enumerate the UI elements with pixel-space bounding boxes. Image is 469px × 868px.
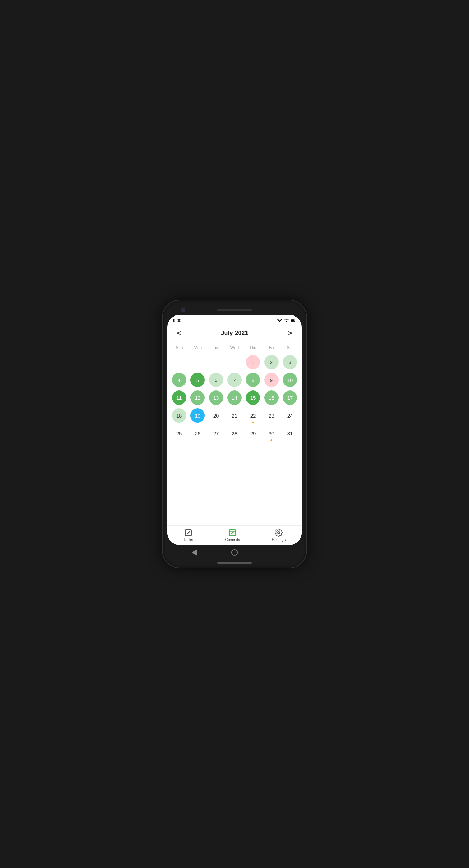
day-number: 10 bbox=[283, 373, 297, 387]
day-number: 21 bbox=[227, 408, 242, 423]
day-number: 8 bbox=[246, 373, 260, 387]
settings-label: Settings bbox=[272, 537, 286, 542]
day-number: 9 bbox=[264, 373, 279, 387]
day-cell[interactable]: 31 bbox=[281, 425, 299, 442]
day-number: 4 bbox=[172, 373, 186, 387]
phone-screen: 9:00 bbox=[167, 315, 302, 545]
day-number: 28 bbox=[227, 426, 242, 441]
day-number: 18 bbox=[172, 408, 186, 423]
weekday-label-tue: Tue bbox=[207, 344, 225, 351]
day-cell[interactable]: 18 bbox=[170, 407, 188, 424]
day-cell[interactable]: 21 bbox=[226, 407, 243, 424]
day-cell[interactable]: 13 bbox=[207, 389, 225, 406]
day-cell[interactable]: 5 bbox=[189, 371, 206, 388]
day-number: 16 bbox=[264, 390, 279, 405]
day-dot bbox=[252, 422, 254, 423]
day-cell[interactable]: 27 bbox=[207, 425, 225, 442]
day-cell[interactable]: 6 bbox=[207, 371, 225, 388]
month-title: July 2021 bbox=[220, 330, 248, 337]
svg-rect-2 bbox=[291, 319, 294, 321]
day-number: 1 bbox=[246, 355, 260, 369]
battery-icon bbox=[291, 318, 296, 323]
recents-button[interactable] bbox=[271, 549, 278, 556]
day-cell[interactable]: 3 bbox=[281, 354, 299, 371]
day-number: 24 bbox=[283, 408, 297, 423]
phone-top-bar bbox=[167, 305, 302, 315]
status-icons bbox=[277, 318, 296, 323]
nav-settings[interactable]: Settings bbox=[272, 529, 286, 542]
day-cell[interactable]: 8 bbox=[244, 371, 262, 388]
weekday-label-fri: Fri bbox=[262, 344, 281, 351]
day-dot bbox=[271, 439, 272, 441]
day-cell[interactable]: 29 bbox=[244, 425, 262, 442]
day-cell[interactable]: 11 bbox=[170, 389, 188, 406]
day-cell[interactable]: 25 bbox=[170, 425, 188, 442]
day-cell[interactable]: 23 bbox=[263, 407, 280, 424]
prev-month-button[interactable]: < bbox=[174, 328, 184, 338]
tasks-icon bbox=[184, 529, 192, 537]
camera-icon bbox=[181, 308, 185, 312]
day-cell bbox=[207, 354, 225, 371]
phone-speaker bbox=[217, 309, 252, 311]
calendar-header: < July 2021 > bbox=[170, 324, 299, 344]
days-grid: 1234567891011121314151617181920212223242… bbox=[170, 354, 299, 442]
day-number bbox=[190, 355, 205, 369]
phone-shell: 9:00 bbox=[163, 300, 306, 568]
back-button[interactable] bbox=[191, 549, 198, 556]
day-number: 2 bbox=[264, 355, 279, 369]
day-number: 6 bbox=[209, 373, 223, 387]
day-cell[interactable]: 22 bbox=[244, 407, 262, 424]
status-bar: 9:00 bbox=[167, 315, 302, 324]
day-cell[interactable]: 9 bbox=[263, 371, 280, 388]
day-number: 29 bbox=[246, 426, 260, 441]
day-number: 23 bbox=[264, 408, 279, 423]
day-number: 14 bbox=[227, 390, 242, 405]
next-month-button[interactable]: > bbox=[285, 328, 295, 338]
day-number: 31 bbox=[283, 426, 297, 441]
day-number: 17 bbox=[283, 390, 297, 405]
nav-tasks[interactable]: Tasks bbox=[183, 529, 193, 542]
day-number: 11 bbox=[172, 390, 186, 405]
day-cell[interactable]: 12 bbox=[189, 389, 206, 406]
day-number: 5 bbox=[190, 373, 205, 387]
settings-icon bbox=[275, 529, 283, 537]
day-cell[interactable]: 7 bbox=[226, 371, 243, 388]
day-cell[interactable]: 14 bbox=[226, 389, 243, 406]
day-cell[interactable]: 1 bbox=[244, 354, 262, 371]
status-time: 9:00 bbox=[173, 318, 181, 323]
day-cell[interactable]: 2 bbox=[263, 354, 280, 371]
commits-label: Commits bbox=[225, 537, 240, 542]
day-cell[interactable]: 17 bbox=[281, 389, 299, 406]
day-cell[interactable]: 26 bbox=[189, 425, 206, 442]
day-cell bbox=[189, 354, 206, 371]
tasks-label: Tasks bbox=[183, 537, 193, 542]
day-number: 26 bbox=[190, 426, 205, 441]
day-cell[interactable]: 30 bbox=[263, 425, 280, 442]
day-cell bbox=[226, 354, 243, 371]
day-cell[interactable]: 19 bbox=[189, 407, 206, 424]
nav-commits[interactable]: Commits bbox=[225, 529, 240, 542]
weekday-label-thu: Thu bbox=[244, 344, 262, 351]
weekdays-row: SunMonTueWedThuFriSat bbox=[170, 344, 299, 351]
day-number: 13 bbox=[209, 390, 223, 405]
phone-bottom-bar bbox=[167, 545, 302, 560]
bottom-indicator bbox=[167, 560, 302, 565]
day-number: 27 bbox=[209, 426, 223, 441]
svg-rect-0 bbox=[286, 321, 287, 322]
day-number: 25 bbox=[172, 426, 186, 441]
day-number bbox=[172, 355, 186, 369]
day-cell[interactable]: 16 bbox=[263, 389, 280, 406]
signal-icon bbox=[284, 318, 289, 323]
day-cell[interactable]: 20 bbox=[207, 407, 225, 424]
home-button[interactable] bbox=[231, 549, 238, 556]
day-number bbox=[209, 355, 223, 369]
day-cell[interactable]: 10 bbox=[281, 371, 299, 388]
day-number: 3 bbox=[283, 355, 297, 369]
day-cell[interactable]: 28 bbox=[226, 425, 243, 442]
day-number: 12 bbox=[190, 390, 205, 405]
day-cell[interactable]: 24 bbox=[281, 407, 299, 424]
day-cell[interactable]: 15 bbox=[244, 389, 262, 406]
day-cell bbox=[170, 354, 188, 371]
wifi-icon bbox=[277, 318, 282, 323]
day-cell[interactable]: 4 bbox=[170, 371, 188, 388]
